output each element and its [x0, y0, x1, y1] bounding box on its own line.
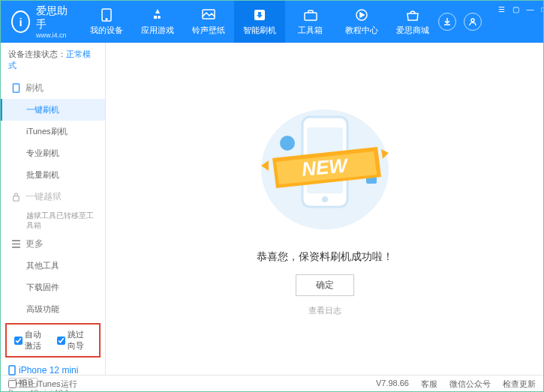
options-highlight-box: 自动激活 跳过向导 [5, 323, 101, 358]
section-flash[interactable]: 刷机 [1, 77, 105, 99]
tab-my-device[interactable]: 我的设备 [81, 1, 132, 43]
minimize-button[interactable]: — [527, 5, 534, 13]
sidebar-item-itunes-flash[interactable]: iTunes刷机 [1, 121, 105, 142]
logo-area: i 爱思助手 www.i4.cn [1, 4, 81, 39]
toolbox-icon [304, 8, 317, 22]
view-log-link[interactable]: 查看日志 [308, 305, 341, 316]
sidebar-item-download-firmware[interactable]: 下载固件 [1, 277, 105, 298]
section-jailbreak[interactable]: 一键越狱 [1, 186, 105, 208]
flash-icon [253, 8, 266, 22]
maximize-button[interactable]: □ [542, 5, 544, 13]
sidebar-item-oneclick-flash[interactable]: 一键刷机 [1, 99, 105, 121]
sidebar: 设备连接状态：正常模式 刷机 一键刷机 iTunes刷机 专业刷机 批量刷机 一… [1, 43, 106, 375]
device-name: iPhone 12 mini [8, 365, 98, 376]
logo-icon: i [11, 10, 30, 33]
menu-icon[interactable]: ☰ [498, 5, 505, 13]
checkbox-block-itunes[interactable]: 阻止iTunes运行 [8, 379, 77, 390]
svg-rect-7 [13, 84, 19, 92]
sidebar-item-pro-flash[interactable]: 专业刷机 [1, 142, 105, 164]
sidebar-item-advanced[interactable]: 高级功能 [1, 298, 105, 320]
update-link[interactable]: 检查更新 [503, 379, 536, 390]
phone-icon [100, 8, 113, 22]
connection-status: 设备连接状态：正常模式 [1, 43, 105, 77]
svg-point-6 [471, 19, 474, 22]
menu-lines-icon [11, 239, 21, 249]
lock-icon [11, 192, 21, 202]
store-icon [406, 8, 419, 22]
version-label: V7.98.66 [376, 379, 409, 390]
svg-rect-4 [305, 13, 317, 20]
skin-icon[interactable]: ▢ [512, 5, 519, 13]
success-illustration: NEW [272, 102, 377, 237]
app-name: 爱思助手 [36, 4, 70, 31]
checkbox-auto-activate[interactable]: 自动激活 [14, 329, 50, 352]
tab-toolbox[interactable]: 工具箱 [285, 1, 336, 43]
svg-point-1 [106, 18, 107, 19]
wallpaper-icon [202, 8, 215, 22]
jailbreak-note: 越狱工具已转移至工具箱 [1, 208, 105, 233]
service-link[interactable]: 客服 [421, 379, 437, 390]
tutorial-icon [355, 8, 368, 22]
window-controls: ☰ ▢ — □ ✕ [491, 1, 544, 43]
ok-button[interactable]: 确定 [296, 274, 354, 296]
svg-point-14 [280, 136, 295, 151]
apps-icon [151, 8, 164, 22]
wechat-link[interactable]: 微信公众号 [449, 379, 491, 390]
tab-store[interactable]: 爱思商城 [387, 1, 438, 43]
success-message: 恭喜您，保资料刷机成功啦！ [257, 250, 393, 264]
svg-rect-8 [14, 196, 19, 202]
svg-point-13 [322, 196, 328, 202]
titlebar: i 爱思助手 www.i4.cn 我的设备 应用游戏 铃声壁纸 智能刷机 工具箱… [1, 1, 543, 43]
tab-ringtones[interactable]: 铃声壁纸 [183, 1, 234, 43]
phone-small-icon [11, 83, 21, 93]
sidebar-item-other-tools[interactable]: 其他工具 [1, 255, 105, 277]
tab-tutorials[interactable]: 教程中心 [336, 1, 387, 43]
header-right-icons [438, 13, 491, 31]
svg-rect-9 [9, 366, 15, 375]
phone-tiny-icon [8, 365, 16, 376]
main-content: NEW 恭喜您，保资料刷机成功啦！ 确定 查看日志 [106, 43, 543, 375]
checkbox-skip-wizard[interactable]: 跳过向导 [57, 329, 92, 352]
user-button[interactable] [464, 13, 482, 31]
app-url: www.i4.cn [36, 31, 70, 39]
download-button[interactable] [438, 13, 456, 31]
sidebar-item-batch-flash[interactable]: 批量刷机 [1, 164, 105, 186]
nav-tabs: 我的设备 应用游戏 铃声壁纸 智能刷机 工具箱 教程中心 爱思商城 [81, 1, 438, 43]
new-badge-text: NEW [301, 154, 350, 180]
tab-smart-flash[interactable]: 智能刷机 [234, 1, 285, 43]
section-more[interactable]: 更多 [1, 233, 105, 255]
tab-apps-games[interactable]: 应用游戏 [132, 1, 183, 43]
